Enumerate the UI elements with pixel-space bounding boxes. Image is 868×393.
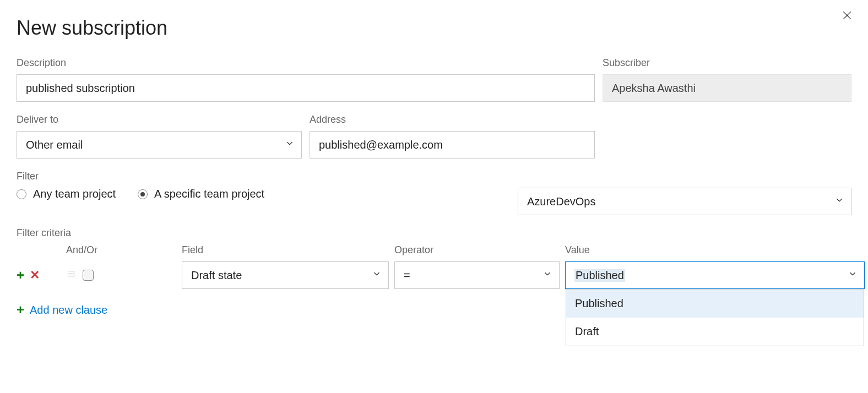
field-select[interactable]: Draft state [182, 261, 389, 289]
chevron-down-icon [542, 269, 552, 282]
filter-specific-label: A specific team project [154, 188, 264, 200]
field-value: Draft state [191, 269, 242, 282]
plus-icon: + [17, 302, 24, 318]
chevron-down-icon [848, 269, 858, 282]
value-value: Published [574, 269, 625, 282]
deliver-to-label: Deliver to [17, 114, 302, 125]
operator-header: Operator [394, 244, 560, 256]
radio-icon [138, 189, 148, 199]
address-label: Address [310, 114, 595, 125]
filter-label: Filter [17, 171, 851, 182]
value-header: Value [565, 244, 865, 256]
dialog-title: New subscription [17, 17, 851, 40]
subscriber-field: Apeksha Awasthi [603, 74, 851, 102]
value-select[interactable]: Published Published Draft [565, 261, 865, 289]
field-header: Field [182, 244, 389, 256]
description-label: Description [17, 57, 595, 69]
group-clause-icon[interactable] [66, 269, 77, 282]
operator-select[interactable]: = [394, 261, 560, 289]
chevron-down-icon [834, 195, 844, 208]
address-input[interactable] [310, 131, 595, 159]
close-button[interactable] [842, 10, 855, 23]
value-option-draft[interactable]: Draft [566, 318, 864, 346]
chevron-down-icon [285, 139, 295, 151]
delete-row-icon[interactable]: ✕ [30, 268, 40, 282]
filter-any-label: Any team project [33, 188, 116, 200]
add-clause-label: Add new clause [30, 304, 107, 316]
value-option-published[interactable]: Published [566, 290, 864, 318]
add-row-icon[interactable]: + [17, 268, 24, 283]
filter-criteria-label: Filter criteria [17, 227, 851, 239]
filter-radio-specific[interactable]: A specific team project [138, 188, 264, 200]
operator-value: = [404, 269, 410, 282]
project-select[interactable]: AzureDevOps [518, 188, 851, 215]
chevron-down-icon [372, 269, 382, 282]
deliver-to-select[interactable]: Other email [17, 131, 302, 159]
description-input[interactable] [17, 74, 595, 102]
filter-radio-any[interactable]: Any team project [17, 188, 116, 200]
deliver-to-value: Other email [26, 139, 83, 151]
project-value: AzureDevOps [527, 195, 596, 208]
subscriber-label: Subscriber [603, 57, 851, 69]
radio-icon [17, 189, 26, 199]
svg-rect-3 [68, 275, 74, 277]
criteria-actions-header [17, 244, 61, 256]
andor-header: And/Or [66, 244, 97, 256]
svg-rect-2 [68, 271, 74, 273]
andor-checkbox[interactable] [83, 270, 94, 281]
value-dropdown: Published Draft [566, 289, 864, 346]
